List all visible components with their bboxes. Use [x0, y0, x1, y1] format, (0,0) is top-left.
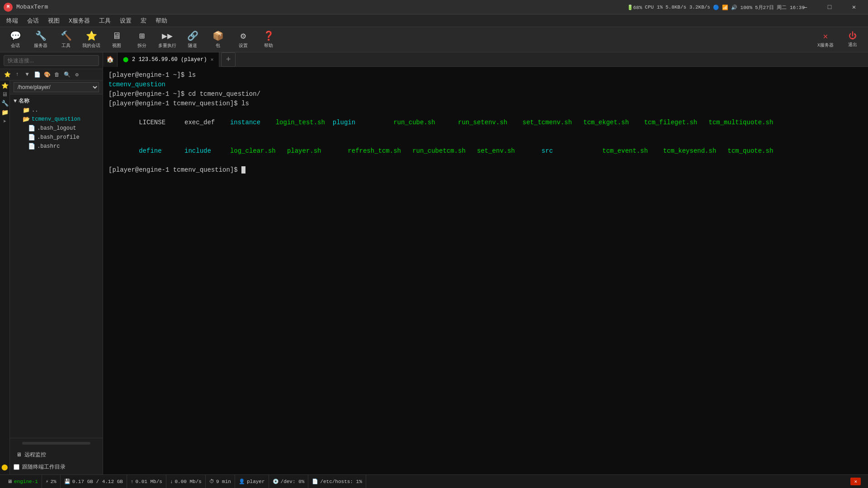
toolbar-view[interactable]: 🖥 视图: [105, 28, 128, 51]
terminal-ls-row1: LICENSE exec_def instance login_test.sh …: [108, 108, 863, 137]
tree-item-bash-profile[interactable]: 📄 .bash_profile: [10, 133, 103, 142]
tree-item-tcmenv[interactable]: 📂 tcmenv_question: [10, 115, 103, 124]
file-tcm-quote: tcm_quote.sh: [728, 147, 774, 155]
toolbar-exit[interactable]: ⏻ 退出: [841, 28, 864, 51]
dev-icon: 💿: [273, 479, 279, 484]
view-label: 视图: [112, 42, 121, 49]
file-log-clear: log_clear.sh: [230, 147, 276, 155]
sidebar-icon-folder[interactable]: 📁: [1, 109, 9, 116]
prompt-1: [player@engine-1 ~]$: [108, 71, 188, 79]
download-label: 0.00 Mb/s: [175, 479, 202, 484]
dev-label: /dev: 0%: [281, 479, 305, 484]
terminal-line-4: [player@engine-1 tcmenv_question]$ ls: [108, 99, 863, 108]
sidebar-btn-delete[interactable]: 🗑: [52, 70, 61, 79]
toolbar-package[interactable]: 📦 包: [206, 28, 230, 51]
follow-dir-option[interactable]: 跟随终端工作目录: [14, 463, 99, 471]
memory-label: 0.17 GB / 4.12 GB: [72, 479, 123, 484]
file-tcm-keysend: tcm_keysend.sh: [663, 147, 728, 155]
tree-item-bash-logout[interactable]: 📄 .bash_logout: [10, 124, 103, 133]
tree-item-bash-logout-label: .bash_logout: [37, 125, 76, 131]
sidebar-btn-color[interactable]: 🎨: [42, 70, 52, 79]
tree-item-bash-profile-label: .bash_profile: [37, 134, 80, 141]
file-exec-def: exec_def: [184, 119, 230, 126]
prompt-4: [player@engine-1 tcmenv_question]$: [108, 166, 241, 174]
toolbar-multiexec[interactable]: ▶▶ 多重执行: [156, 28, 179, 51]
sidebar-btn-find[interactable]: 🔍: [62, 70, 71, 79]
menu-xserver[interactable]: X服务器: [64, 15, 94, 27]
sidebar-icon-circle[interactable]: ⬤: [1, 464, 8, 471]
search-input[interactable]: [4, 55, 99, 66]
dir-instance: instance: [230, 119, 276, 126]
tunnel-icon: 🔗: [187, 30, 198, 42]
sidebar-icon-monitor[interactable]: 🖥: [2, 91, 8, 98]
file-icon-bash-profile: 📄: [28, 134, 35, 141]
menu-view[interactable]: 视图: [43, 15, 64, 27]
sidebar-btn-up[interactable]: ↑: [13, 70, 22, 79]
close-button[interactable]: ✕: [844, 0, 864, 14]
file-player: player.sh: [276, 147, 348, 155]
server-icon: 🔧: [35, 30, 47, 42]
ls-output-tcmenv: tcmenv_question: [108, 81, 165, 88]
tab-home[interactable]: 🏠: [103, 52, 118, 67]
monitor-label: 远程监控: [24, 451, 46, 459]
sidebar-bottom: 🖥 远程监控 跟随终端工作目录: [10, 438, 103, 474]
tree-item-bashrc[interactable]: 📄 .bashrc: [10, 142, 103, 151]
menu-macro[interactable]: 宏: [136, 15, 151, 27]
toolbar-tools[interactable]: 🔨 工具: [54, 28, 78, 51]
follow-dir-checkbox[interactable]: [14, 464, 19, 470]
prompt-3: [player@engine-1 tcmenv_question]$: [108, 100, 241, 107]
toolbar-tunnel[interactable]: 🔗 隧道: [181, 28, 204, 51]
status-upload: ↑ 0.01 Mb/s: [127, 475, 166, 488]
menu-session[interactable]: 会话: [23, 15, 43, 27]
cursor: [241, 166, 245, 174]
hosts-label: /etc/hosts: 1%: [320, 479, 362, 484]
sidebar-icon-tools2[interactable]: 🔧: [1, 100, 9, 107]
file-icon-bash-logout: 📄: [28, 125, 35, 132]
path-select[interactable]: /home/player/: [14, 82, 99, 92]
menu-terminal[interactable]: 终端: [2, 15, 23, 27]
file-tcm-fileget: tcm_fileget.sh: [644, 119, 709, 126]
file-tcm-multiquote: tcm_multiquote.sh: [708, 119, 773, 126]
tray-volume: 🔊 100%: [731, 5, 752, 10]
tab-add-button[interactable]: +: [221, 52, 236, 67]
sidebar-btn-new-session[interactable]: 📄: [33, 70, 42, 79]
tab-1-close[interactable]: ✕: [211, 56, 214, 62]
toolbar-settings[interactable]: ⚙ 设置: [231, 28, 255, 51]
follow-dir-label: 跟随终端工作目录: [22, 463, 66, 471]
terminal-content[interactable]: [player@engine-1 ~]$ ls tcmenv_question …: [103, 67, 868, 474]
terminal-line-cursor: [player@engine-1 tcmenv_question]$: [108, 165, 863, 175]
sidebar-icon-strip: ⭐ 🖥 🔧 📁 ➤ ⬤: [0, 80, 10, 474]
toolbar-help[interactable]: ❓ 帮助: [257, 28, 280, 51]
toolbar-server[interactable]: 🔧 服务器: [29, 28, 52, 51]
tree-item-parent[interactable]: 📁 ..: [10, 106, 103, 115]
sidebar-icon-star[interactable]: ⭐: [1, 82, 9, 89]
window-controls: — □ ✕: [795, 0, 864, 14]
hosts-icon: 📄: [312, 479, 318, 484]
sidebar-icon-send[interactable]: ➤: [3, 118, 7, 125]
tab-1[interactable]: ⬤ 2 123.56.99.60 (player) ✕: [118, 52, 219, 67]
sidebar-btn-settings[interactable]: ⚙: [72, 70, 81, 79]
tray-wifi: 📶: [722, 5, 728, 10]
menu-help[interactable]: 帮助: [151, 15, 172, 27]
sidebar-btn-star[interactable]: ⭐: [3, 70, 12, 79]
toolbar-split[interactable]: ⊞ 拆分: [130, 28, 154, 51]
terminal-pane[interactable]: 🏠 ⬤ 2 123.56.99.60 (player) ✕ + [player@…: [103, 52, 868, 474]
toolbar-mysession[interactable]: ⭐ 我的会话: [80, 28, 103, 51]
upload-icon: ↑: [131, 479, 134, 484]
menu-settings[interactable]: 设置: [115, 15, 136, 27]
cmd-ls: ls: [188, 71, 196, 79]
monitor-button[interactable]: 🖥 远程监控: [14, 449, 99, 460]
maximize-button[interactable]: □: [819, 0, 840, 14]
sidebar-path: /home/player/: [10, 80, 103, 94]
status-engine: 🖥 engine-1: [4, 475, 42, 488]
toolbar-session[interactable]: 💬 会话: [4, 28, 27, 51]
file-tcm-ekget: tcm_ekget.sh: [583, 119, 644, 126]
prompt-2: [player@engine-1 ~]$: [108, 90, 188, 98]
sidebar-scrollbar[interactable]: [22, 442, 90, 445]
status-close-button[interactable]: ✕: [850, 478, 861, 485]
sidebar-btn-filter[interactable]: ▼: [23, 70, 32, 79]
tray-cpu: CPU 1%: [645, 5, 663, 10]
toolbar-xserver[interactable]: ✕ X服务器: [814, 28, 837, 51]
terminal-ls-row2: define include log_clear.sh player.sh re…: [108, 137, 863, 165]
menu-tools[interactable]: 工具: [94, 15, 115, 27]
